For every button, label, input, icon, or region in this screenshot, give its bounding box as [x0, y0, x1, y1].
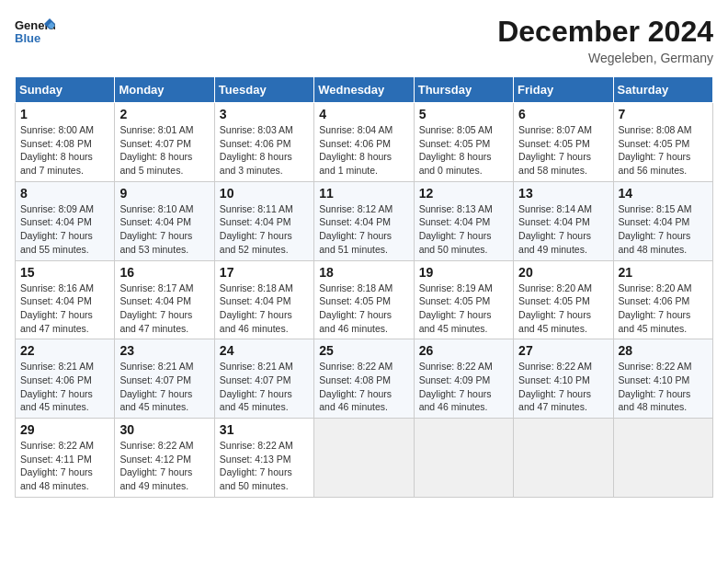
- day-number: 24: [220, 343, 309, 358]
- day-number: 23: [119, 343, 209, 358]
- calendar-cell: 7Sunrise: 8:08 AM Sunset: 4:05 PM Daylig…: [613, 103, 712, 182]
- calendar-cell: 3Sunrise: 8:03 AM Sunset: 4:06 PM Daylig…: [214, 103, 313, 182]
- calendar-table: SundayMondayTuesdayWednesdayThursdayFrid…: [15, 76, 713, 498]
- calendar-cell: 25Sunrise: 8:22 AM Sunset: 4:08 PM Dayli…: [314, 339, 414, 419]
- weekday-header-tuesday: Tuesday: [214, 77, 313, 103]
- calendar-week-2: 8Sunrise: 8:09 AM Sunset: 4:04 PM Daylig…: [16, 181, 713, 260]
- calendar-cell: 13Sunrise: 8:14 AM Sunset: 4:04 PM Dayli…: [514, 181, 613, 260]
- day-number: 3: [220, 107, 309, 121]
- day-info: Sunrise: 8:09 AM Sunset: 4:04 PM Dayligh…: [20, 202, 109, 257]
- logo-icon: General Blue: [15, 15, 55, 48]
- day-info: Sunrise: 8:14 AM Sunset: 4:04 PM Dayligh…: [518, 202, 608, 257]
- day-info: Sunrise: 8:01 AM Sunset: 4:07 PM Dayligh…: [119, 123, 209, 178]
- day-info: Sunrise: 8:08 AM Sunset: 4:05 PM Dayligh…: [619, 123, 708, 178]
- calendar-week-5: 29Sunrise: 8:22 AM Sunset: 4:11 PM Dayli…: [16, 419, 713, 498]
- day-info: Sunrise: 8:13 AM Sunset: 4:04 PM Dayligh…: [419, 202, 508, 257]
- day-info: Sunrise: 8:20 AM Sunset: 4:06 PM Dayligh…: [619, 282, 708, 336]
- day-info: Sunrise: 8:22 AM Sunset: 4:13 PM Dayligh…: [220, 439, 309, 493]
- weekday-header-saturday: Saturday: [613, 77, 712, 103]
- calendar-cell: 28Sunrise: 8:22 AM Sunset: 4:10 PM Dayli…: [613, 339, 712, 419]
- day-number: 25: [319, 343, 408, 358]
- calendar-cell: 10Sunrise: 8:11 AM Sunset: 4:04 PM Dayli…: [214, 181, 313, 260]
- day-number: 1: [20, 107, 109, 121]
- day-info: Sunrise: 8:22 AM Sunset: 4:11 PM Dayligh…: [20, 439, 109, 493]
- weekday-header-wednesday: Wednesday: [314, 77, 414, 103]
- calendar-week-4: 22Sunrise: 8:21 AM Sunset: 4:06 PM Dayli…: [16, 339, 713, 419]
- day-info: Sunrise: 8:21 AM Sunset: 4:07 PM Dayligh…: [119, 360, 209, 414]
- calendar-cell: 2Sunrise: 8:01 AM Sunset: 4:07 PM Daylig…: [115, 103, 214, 182]
- day-number: 4: [319, 107, 408, 121]
- day-info: Sunrise: 8:19 AM Sunset: 4:05 PM Dayligh…: [419, 282, 508, 336]
- day-info: Sunrise: 8:12 AM Sunset: 4:04 PM Dayligh…: [319, 202, 408, 257]
- calendar-cell: 1Sunrise: 8:00 AM Sunset: 4:08 PM Daylig…: [16, 103, 115, 182]
- day-number: 21: [619, 265, 708, 280]
- day-number: 26: [419, 343, 508, 358]
- weekday-header-friday: Friday: [514, 77, 613, 103]
- calendar-cell: 19Sunrise: 8:19 AM Sunset: 4:05 PM Dayli…: [414, 260, 513, 339]
- day-number: 8: [20, 186, 109, 201]
- day-number: 30: [119, 422, 209, 437]
- calendar-cell: 14Sunrise: 8:15 AM Sunset: 4:04 PM Dayli…: [613, 181, 712, 260]
- calendar-cell: 22Sunrise: 8:21 AM Sunset: 4:06 PM Dayli…: [16, 339, 115, 419]
- day-number: 9: [119, 186, 209, 201]
- day-number: 15: [20, 265, 109, 280]
- day-number: 7: [619, 107, 708, 121]
- calendar-cell: [514, 419, 613, 498]
- calendar-cell: 23Sunrise: 8:21 AM Sunset: 4:07 PM Dayli…: [115, 339, 214, 419]
- calendar-cell: 6Sunrise: 8:07 AM Sunset: 4:05 PM Daylig…: [514, 103, 613, 182]
- day-info: Sunrise: 8:22 AM Sunset: 4:09 PM Dayligh…: [419, 360, 508, 414]
- day-number: 5: [419, 107, 508, 121]
- day-number: 16: [119, 265, 209, 280]
- calendar-cell: 17Sunrise: 8:18 AM Sunset: 4:04 PM Dayli…: [214, 260, 313, 339]
- calendar-cell: 27Sunrise: 8:22 AM Sunset: 4:10 PM Dayli…: [514, 339, 613, 419]
- day-number: 17: [220, 265, 309, 280]
- day-number: 19: [419, 265, 508, 280]
- day-info: Sunrise: 8:18 AM Sunset: 4:04 PM Dayligh…: [220, 282, 309, 336]
- day-info: Sunrise: 8:20 AM Sunset: 4:05 PM Dayligh…: [518, 282, 608, 336]
- day-info: Sunrise: 8:22 AM Sunset: 4:10 PM Dayligh…: [518, 360, 608, 414]
- day-info: Sunrise: 8:17 AM Sunset: 4:04 PM Dayligh…: [119, 282, 209, 336]
- day-info: Sunrise: 8:00 AM Sunset: 4:08 PM Dayligh…: [20, 123, 109, 178]
- day-info: Sunrise: 8:21 AM Sunset: 4:07 PM Dayligh…: [220, 360, 309, 414]
- day-info: Sunrise: 8:11 AM Sunset: 4:04 PM Dayligh…: [220, 202, 309, 257]
- calendar-cell: 9Sunrise: 8:10 AM Sunset: 4:04 PM Daylig…: [115, 181, 214, 260]
- day-number: 28: [619, 343, 708, 358]
- calendar-cell: 16Sunrise: 8:17 AM Sunset: 4:04 PM Dayli…: [115, 260, 214, 339]
- day-number: 11: [319, 186, 408, 201]
- day-info: Sunrise: 8:07 AM Sunset: 4:05 PM Dayligh…: [518, 123, 608, 178]
- calendar-cell: 26Sunrise: 8:22 AM Sunset: 4:09 PM Dayli…: [414, 339, 513, 419]
- day-number: 31: [220, 422, 309, 437]
- day-info: Sunrise: 8:22 AM Sunset: 4:08 PM Dayligh…: [319, 360, 408, 414]
- svg-text:Blue: Blue: [15, 31, 40, 45]
- day-number: 6: [518, 107, 608, 121]
- weekday-header-thursday: Thursday: [414, 77, 513, 103]
- calendar-cell: [314, 419, 414, 498]
- logo: General Blue: [15, 15, 55, 48]
- weekday-header-monday: Monday: [115, 77, 214, 103]
- day-info: Sunrise: 8:04 AM Sunset: 4:06 PM Dayligh…: [319, 123, 408, 178]
- weekday-header-row: SundayMondayTuesdayWednesdayThursdayFrid…: [16, 77, 713, 103]
- day-number: 20: [518, 265, 608, 280]
- calendar-cell: 15Sunrise: 8:16 AM Sunset: 4:04 PM Dayli…: [16, 260, 115, 339]
- day-info: Sunrise: 8:16 AM Sunset: 4:04 PM Dayligh…: [20, 282, 109, 336]
- calendar-cell: 5Sunrise: 8:05 AM Sunset: 4:05 PM Daylig…: [414, 103, 513, 182]
- calendar-cell: 11Sunrise: 8:12 AM Sunset: 4:04 PM Dayli…: [314, 181, 414, 260]
- day-number: 13: [518, 186, 608, 201]
- day-number: 22: [20, 343, 109, 358]
- calendar-cell: 29Sunrise: 8:22 AM Sunset: 4:11 PM Dayli…: [16, 419, 115, 498]
- day-info: Sunrise: 8:22 AM Sunset: 4:10 PM Dayligh…: [619, 360, 708, 414]
- day-info: Sunrise: 8:15 AM Sunset: 4:04 PM Dayligh…: [619, 202, 708, 257]
- month-title: December 2024: [497, 15, 713, 49]
- calendar-cell: [613, 419, 712, 498]
- calendar-cell: 20Sunrise: 8:20 AM Sunset: 4:05 PM Dayli…: [514, 260, 613, 339]
- calendar-cell: 31Sunrise: 8:22 AM Sunset: 4:13 PM Dayli…: [214, 419, 313, 498]
- day-number: 29: [20, 422, 109, 437]
- calendar-cell: 30Sunrise: 8:22 AM Sunset: 4:12 PM Dayli…: [115, 419, 214, 498]
- day-info: Sunrise: 8:05 AM Sunset: 4:05 PM Dayligh…: [419, 123, 508, 178]
- day-info: Sunrise: 8:22 AM Sunset: 4:12 PM Dayligh…: [119, 439, 209, 493]
- day-info: Sunrise: 8:18 AM Sunset: 4:05 PM Dayligh…: [319, 282, 408, 336]
- day-number: 2: [119, 107, 209, 121]
- weekday-header-sunday: Sunday: [16, 77, 115, 103]
- day-number: 10: [220, 186, 309, 201]
- day-number: 12: [419, 186, 508, 201]
